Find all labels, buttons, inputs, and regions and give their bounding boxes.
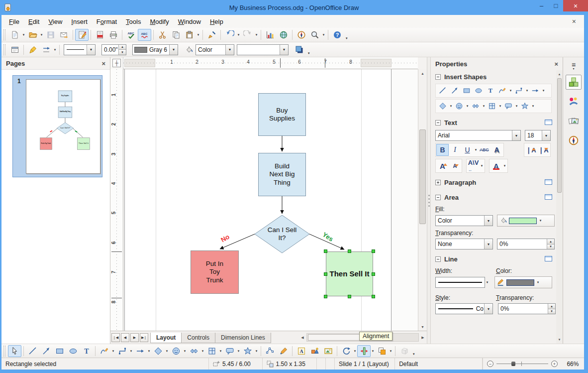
basic-shapes-icon[interactable] [437, 100, 449, 112]
maximize-button[interactable]: □ [549, 0, 563, 11]
spellcheck-button[interactable] [124, 29, 138, 41]
print-button[interactable] [106, 29, 120, 41]
rotate-button[interactable] [339, 345, 353, 357]
minimize-button[interactable]: – [534, 0, 549, 11]
hyperlink-button[interactable] [277, 29, 290, 41]
arrow-style-dropdown-icon[interactable]: ▾ [53, 44, 57, 56]
toolbar-grip[interactable] [3, 44, 5, 55]
scroll-down-icon[interactable]: ▼ [418, 323, 427, 331]
scroll-down-icon[interactable]: ▼ [556, 336, 563, 344]
font-size-select-arrow[interactable]: ▾ [542, 130, 550, 140]
rectangle-tool[interactable] [53, 345, 66, 357]
italic-button[interactable]: I [449, 144, 461, 156]
rotate-dropdown-icon[interactable]: ▾ [353, 345, 357, 357]
fill-type-select[interactable]: Color▾ [196, 44, 234, 55]
editpoints-pen-button[interactable] [26, 44, 39, 56]
expand-icon[interactable] [435, 180, 441, 185]
status-page-style[interactable]: Default [395, 358, 483, 370]
insert-chart-button[interactable] [263, 29, 277, 41]
line-color-picker[interactable]: ▾ [494, 276, 552, 288]
character-spacing-dropdown-icon[interactable]: ▾ [480, 160, 484, 172]
character-spacing-icon[interactable]: A\V↔ [467, 160, 480, 172]
flowchart-node-then-sell-it[interactable]: Then Sell It [326, 251, 373, 296]
block-arrows-dropdown-icon[interactable]: ▾ [482, 100, 486, 112]
fill-type-select-arrow[interactable]: ▾ [484, 216, 492, 226]
selection-handle[interactable] [348, 295, 351, 298]
transparency-type-select[interactable]: None▾ [435, 239, 493, 249]
text-shadow-button[interactable]: A [490, 144, 503, 156]
text-icon[interactable] [485, 85, 496, 97]
paste-dropdown-icon[interactable]: ▾ [196, 29, 200, 41]
line-style-select-arrow[interactable]: ▾ [484, 304, 492, 314]
select-tool[interactable] [8, 345, 21, 357]
spin-down-icon[interactable]: ▼ [547, 244, 554, 249]
selection-handle[interactable] [348, 249, 351, 253]
bold-button[interactable]: B [436, 144, 449, 156]
alignment-button[interactable] [357, 345, 371, 357]
selection-handle[interactable] [324, 249, 327, 253]
edit-mode-button[interactable] [75, 29, 89, 41]
strikethrough-button[interactable]: ABC [478, 144, 490, 156]
decrease-spacing-icon[interactable]: ❘A [537, 144, 550, 156]
underline-button[interactable]: U [461, 144, 474, 156]
menu-view[interactable]: View [44, 16, 67, 27]
from-file-button[interactable] [308, 345, 321, 357]
toolbar-grip[interactable] [3, 346, 5, 357]
area-dialog-launcher-icon[interactable] [545, 194, 552, 200]
flowcharts-dropdown-icon[interactable]: ▾ [498, 100, 502, 112]
sidebar-tab-properties[interactable] [566, 75, 582, 90]
ruler-origin-icon[interactable]: ┼ [112, 59, 121, 67]
open-dropdown-icon[interactable]: ▾ [39, 29, 44, 41]
line-transparency-spinner[interactable]: 0%▲▼ [498, 303, 556, 314]
line-dialog-launcher-icon[interactable] [545, 256, 552, 261]
scroll-left-icon[interactable]: ◀ [298, 333, 306, 342]
font-size-select[interactable]: 18▾ [525, 130, 551, 141]
email-document-button[interactable] [57, 29, 71, 41]
menu-insert[interactable]: Insert [67, 16, 92, 27]
curve-tool[interactable] [98, 345, 111, 357]
redo-button[interactable] [241, 29, 254, 41]
arrange-dropdown-icon[interactable]: ▾ [389, 345, 393, 357]
horizontal-ruler[interactable]: 1 2 3 4 5 6 7 8 [123, 57, 418, 69]
toolbar-overflow-icon[interactable]: ▾ [308, 51, 310, 57]
panel-splitter[interactable] [427, 57, 431, 344]
sidebar-menu-icon[interactable]: ≡▾ [572, 61, 576, 70]
increase-spacing-icon[interactable]: ❘A [525, 144, 537, 156]
menu-file[interactable]: File [4, 16, 24, 27]
curve-icon[interactable] [496, 85, 508, 97]
callouts-icon[interactable] [502, 100, 514, 112]
callouts-tool[interactable] [223, 345, 236, 357]
zoom-percentage[interactable]: 66% [562, 358, 584, 370]
vertical-scrollbar[interactable]: ▲ ▼ [418, 69, 427, 331]
new-document-button[interactable] [8, 29, 21, 41]
collapse-icon[interactable] [435, 120, 441, 125]
toolbar-overflow-icon[interactable]: ▾ [413, 352, 415, 358]
connector-icon[interactable] [513, 85, 525, 97]
redo-dropdown-icon[interactable]: ▾ [254, 29, 259, 41]
line-color-dropdown-icon[interactable]: ▾ [536, 276, 540, 288]
symbol-shapes-dropdown-icon[interactable]: ▾ [465, 100, 470, 112]
previous-page-icon[interactable]: ◀ [121, 333, 129, 342]
spin-down-icon[interactable]: ▼ [548, 309, 555, 314]
font-name-select[interactable]: Arial▾ [435, 130, 521, 141]
scrollbar-thumb[interactable] [419, 129, 426, 224]
arrow-icon[interactable] [449, 85, 461, 97]
new-dropdown-icon[interactable]: ▾ [21, 29, 26, 41]
first-page-icon[interactable]: ❘◀ [111, 333, 120, 342]
properties-close-icon[interactable]: × [554, 60, 558, 68]
symbol-shapes-icon[interactable] [453, 100, 465, 112]
close-button[interactable]: × [563, 0, 588, 11]
basic-shapes-dropdown-icon[interactable]: ▾ [165, 345, 169, 357]
menu-tools[interactable]: Tools [121, 16, 145, 27]
next-page-icon[interactable]: ▶ [130, 333, 139, 342]
stars-dropdown-icon[interactable]: ▾ [531, 100, 535, 112]
alignment-dropdown-icon[interactable]: ▾ [371, 345, 375, 357]
zoom-out-icon[interactable]: − [487, 361, 493, 367]
zoom-slider-thumb[interactable] [511, 362, 515, 366]
menu-edit[interactable]: Edit [24, 16, 44, 27]
section-line[interactable]: Line [431, 253, 556, 264]
section-text[interactable]: Text [431, 117, 556, 128]
connector-dropdown-icon[interactable]: ▾ [525, 85, 529, 97]
undo-dropdown-icon[interactable]: ▾ [236, 29, 241, 41]
symbol-shapes-tool[interactable] [169, 345, 183, 357]
